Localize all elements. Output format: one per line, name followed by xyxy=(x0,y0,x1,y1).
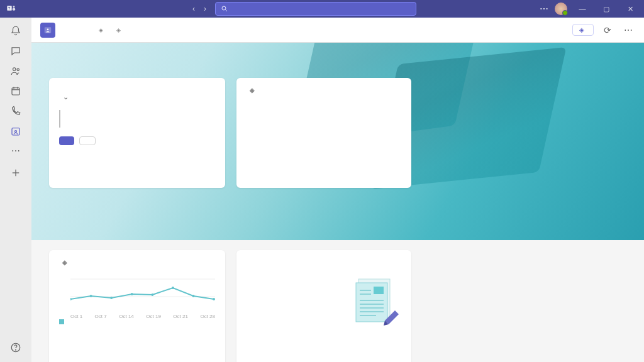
virtual-appointments-icon xyxy=(40,23,55,38)
svg-point-37 xyxy=(213,298,215,300)
svg-point-13 xyxy=(15,131,17,133)
svg-point-4 xyxy=(222,6,226,10)
bookings-schedule-card: ⌄ xyxy=(49,78,225,188)
header-more-icon[interactable]: ⋯ xyxy=(621,24,635,36)
connect-calendar-button[interactable] xyxy=(59,136,74,145)
rail-calendar[interactable] xyxy=(0,82,31,102)
rail-calls[interactable] xyxy=(0,102,31,122)
svg-point-36 xyxy=(192,295,195,297)
rail-virtual-appointments[interactable] xyxy=(0,122,31,142)
premium-diamond-icon: ◈ xyxy=(116,27,121,33)
search-input[interactable] xyxy=(215,2,416,16)
svg-rect-40 xyxy=(374,287,384,294)
svg-point-31 xyxy=(90,295,92,297)
queue-card: ◈ xyxy=(236,78,411,188)
premium-diamond-icon: ◈ xyxy=(99,27,103,33)
pinned-calendar-selector[interactable]: ⌄ xyxy=(59,93,215,101)
window-close-icon[interactable]: ✕ xyxy=(621,5,639,13)
svg-point-33 xyxy=(131,293,133,295)
premium-diamond-icon: ◈ xyxy=(579,26,584,33)
chart-legend xyxy=(59,319,215,324)
window-minimize-icon[interactable]: — xyxy=(574,5,591,13)
app-rail: ⋯ xyxy=(0,18,31,362)
user-avatar[interactable] xyxy=(555,3,567,15)
window-maximize-icon[interactable]: ▢ xyxy=(597,5,615,13)
teams-logo-icon: T xyxy=(5,3,18,15)
svg-point-19 xyxy=(47,28,49,30)
nav-back-icon[interactable]: ‹ xyxy=(190,3,197,14)
svg-point-6 xyxy=(13,68,16,71)
hero-banner: ⌄ xyxy=(31,43,644,240)
tab-analytics[interactable]: ◈ xyxy=(114,21,121,40)
rail-apps[interactable] xyxy=(0,163,31,184)
titlebar: T ‹ › ⋯ — ▢ ✕ xyxy=(0,0,644,18)
svg-point-32 xyxy=(110,297,113,299)
svg-rect-8 xyxy=(12,88,19,95)
svg-point-2 xyxy=(13,6,15,8)
rail-help[interactable] xyxy=(0,338,31,358)
app-header: ◈ ◈ ◈ ⟳ ⋯ xyxy=(31,18,644,43)
analytics-card: ◈ xyxy=(49,250,225,362)
rail-chat[interactable] xyxy=(0,41,31,62)
rail-teams[interactable] xyxy=(0,62,31,82)
svg-point-34 xyxy=(151,293,153,296)
svg-line-5 xyxy=(226,10,228,12)
svg-point-7 xyxy=(17,69,19,70)
hero-greeting xyxy=(49,43,626,78)
analytics-chart: Oct 1Oct 7Oct 14Oct 19Oct 21Oct 28 xyxy=(59,275,215,319)
svg-point-30 xyxy=(70,298,72,300)
svg-rect-12 xyxy=(12,128,19,135)
create-calendar-button[interactable] xyxy=(79,136,96,145)
svg-point-35 xyxy=(172,287,174,289)
manage-card xyxy=(236,250,411,362)
nav-forward-icon[interactable]: › xyxy=(201,3,209,14)
svg-rect-3 xyxy=(13,8,16,11)
svg-point-17 xyxy=(16,349,16,350)
premium-button[interactable]: ◈ xyxy=(572,24,594,36)
document-illustration xyxy=(355,277,400,332)
chevron-down-icon: ⌄ xyxy=(63,93,69,101)
titlebar-more-icon[interactable]: ⋯ xyxy=(540,4,548,14)
premium-diamond-icon: ◈ xyxy=(62,259,67,266)
rail-activity[interactable] xyxy=(0,21,31,41)
premium-diamond-icon: ◈ xyxy=(250,87,255,94)
refresh-icon[interactable]: ⟳ xyxy=(601,24,614,36)
tab-queue[interactable]: ◈ xyxy=(97,21,103,40)
rail-more-icon[interactable]: ⋯ xyxy=(11,142,20,160)
